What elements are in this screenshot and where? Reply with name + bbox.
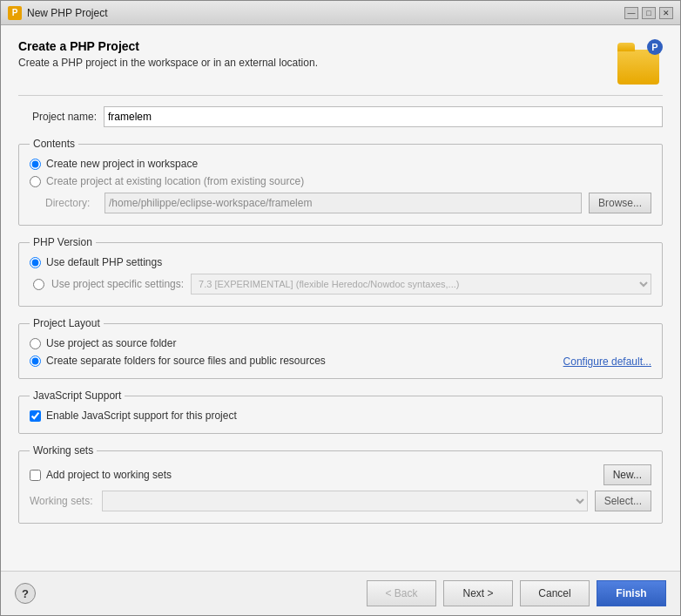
separate-folders-row: Create separate folders for source files… bbox=[30, 352, 651, 369]
button-bar: ? < Back Next > Cancel Finish bbox=[1, 571, 680, 615]
separate-folders-radio[interactable] bbox=[30, 355, 41, 367]
maximize-button[interactable]: □ bbox=[642, 7, 656, 19]
javascript-support-legend: JavaScript Support bbox=[30, 389, 125, 402]
finish-button[interactable]: Finish bbox=[597, 580, 666, 606]
php-badge: P bbox=[647, 39, 663, 55]
minimize-button[interactable]: — bbox=[624, 7, 638, 19]
working-sets-legend: Working sets bbox=[30, 444, 97, 457]
header-text: Create a PHP Project Create a PHP projec… bbox=[18, 39, 318, 69]
project-name-input[interactable] bbox=[104, 106, 663, 127]
specific-php-label[interactable]: Use project specific settings: bbox=[51, 278, 184, 290]
header-icon: P bbox=[617, 39, 663, 85]
create-existing-label[interactable]: Create project at existing location (fro… bbox=[46, 175, 304, 187]
php-version-select: 7.3 [EXPERIMENTAL] (flexible Heredoc/Now… bbox=[191, 274, 651, 294]
project-name-row: Project name: bbox=[18, 106, 663, 127]
specific-php-row: Use project specific settings: 7.3 [EXPE… bbox=[30, 271, 651, 297]
window-icon: P bbox=[8, 6, 22, 20]
create-existing-row: Create project at existing location (fro… bbox=[30, 173, 651, 190]
create-new-label[interactable]: Create new project in workspace bbox=[46, 158, 198, 170]
titlebar: P New PHP Project — □ ✕ bbox=[1, 1, 680, 25]
working-sets-fieldset: Working sets Add project to working sets… bbox=[18, 444, 663, 524]
source-folder-row: Use project as source folder bbox=[30, 335, 651, 352]
configure-default-link[interactable]: Configure default... bbox=[563, 355, 651, 368]
js-support-checkbox[interactable] bbox=[30, 410, 41, 422]
main-window: P New PHP Project — □ ✕ Create a PHP Pro… bbox=[0, 0, 681, 616]
php-version-fieldset: PHP Version Use default PHP settings Use… bbox=[18, 236, 663, 307]
help-button[interactable]: ? bbox=[15, 583, 36, 604]
window-controls: — □ ✕ bbox=[624, 7, 673, 19]
contents-fieldset: Contents Create new project in workspace… bbox=[18, 138, 663, 226]
window-title: New PHP Project bbox=[27, 7, 619, 19]
add-working-sets-checkbox[interactable] bbox=[30, 470, 41, 481]
contents-legend: Contents bbox=[30, 138, 78, 150]
folder-icon bbox=[617, 50, 659, 85]
directory-row: Directory: Browse... bbox=[30, 190, 651, 216]
select-working-set-button[interactable]: Select... bbox=[595, 491, 651, 511]
page-subtitle: Create a PHP project in the workspace or… bbox=[18, 57, 318, 69]
page-title: Create a PHP Project bbox=[18, 39, 318, 53]
create-existing-radio[interactable] bbox=[30, 176, 41, 187]
working-sets-label: Working sets: bbox=[30, 495, 95, 507]
content-area: Create a PHP Project Create a PHP projec… bbox=[1, 25, 680, 571]
directory-label: Directory: bbox=[45, 197, 98, 209]
next-button[interactable]: Next > bbox=[443, 580, 513, 606]
separate-folders-label[interactable]: Create separate folders for source files… bbox=[46, 355, 326, 367]
back-button[interactable]: < Back bbox=[367, 580, 436, 606]
default-php-row: Use default PHP settings bbox=[30, 254, 651, 271]
specific-php-radio[interactable] bbox=[33, 279, 44, 290]
create-new-radio[interactable] bbox=[30, 159, 41, 170]
add-working-sets-label[interactable]: Add project to working sets bbox=[46, 469, 172, 481]
default-php-radio[interactable] bbox=[30, 257, 41, 268]
create-new-row: Create new project in workspace bbox=[30, 155, 651, 173]
cancel-button[interactable]: Cancel bbox=[520, 580, 590, 606]
browse-button[interactable]: Browse... bbox=[589, 193, 651, 213]
header-section: Create a PHP Project Create a PHP projec… bbox=[18, 39, 663, 96]
project-layout-legend: Project Layout bbox=[30, 317, 104, 329]
php-version-legend: PHP Version bbox=[30, 236, 96, 248]
working-sets-select bbox=[102, 491, 588, 511]
js-support-label[interactable]: Enable JavaScript support for this proje… bbox=[46, 410, 237, 422]
working-sets-checkbox-row: Add project to working sets New... bbox=[30, 462, 651, 488]
project-layout-fieldset: Project Layout Use project as source fol… bbox=[18, 317, 663, 379]
new-working-set-button[interactable]: New... bbox=[603, 464, 651, 485]
javascript-support-fieldset: JavaScript Support Enable JavaScript sup… bbox=[18, 389, 663, 434]
source-folder-radio[interactable] bbox=[30, 338, 41, 349]
working-sets-select-row: Working sets: Select... bbox=[30, 488, 651, 514]
close-button[interactable]: ✕ bbox=[659, 7, 673, 19]
default-php-label[interactable]: Use default PHP settings bbox=[46, 256, 162, 268]
js-support-row: Enable JavaScript support for this proje… bbox=[30, 407, 651, 424]
directory-input bbox=[105, 193, 582, 213]
project-name-label: Project name: bbox=[18, 111, 97, 123]
source-folder-label[interactable]: Use project as source folder bbox=[46, 337, 176, 349]
